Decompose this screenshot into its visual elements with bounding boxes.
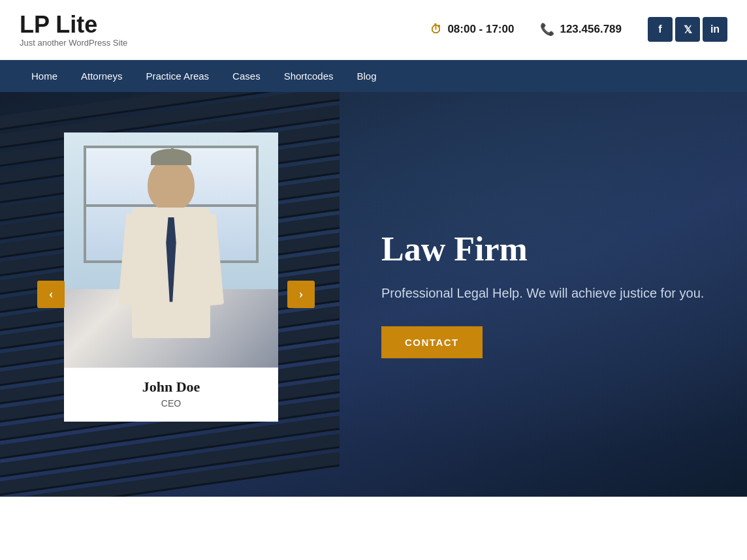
chevron-right-icon: › [299, 287, 304, 302]
header-info: ⏱ 08:00 - 17:00 📞 123.456.789 [430, 22, 622, 37]
hours-text: 08:00 - 17:00 [447, 23, 514, 36]
hero-content: Law Firm Professional Legal Help. We wil… [381, 230, 708, 358]
nav-blog[interactable]: Blog [345, 60, 389, 92]
business-hours: ⏱ 08:00 - 17:00 [430, 23, 514, 37]
nav-shortcodes[interactable]: Shortcodes [272, 60, 345, 92]
nav-practice-areas[interactable]: Practice Areas [134, 60, 221, 92]
slider-next-button[interactable]: › [287, 281, 315, 308]
nav-cases[interactable]: Cases [221, 60, 272, 92]
main-nav: Home Attorneys Practice Areas Cases Shor… [0, 60, 747, 92]
attorney-name: John Doe [77, 379, 265, 396]
contact-button[interactable]: CONTACT [381, 326, 483, 358]
phone-number[interactable]: 📞 123.456.789 [540, 22, 622, 37]
hero-section: ‹ › John Doe CEO [0, 92, 747, 497]
nav-home[interactable]: Home [20, 60, 69, 92]
facebook-button[interactable]: f [648, 17, 673, 42]
linkedin-button[interactable]: in [703, 17, 727, 42]
attorney-role: CEO [77, 398, 265, 409]
attorney-card: John Doe CEO [64, 132, 278, 422]
phone-text: 123.456.789 [560, 23, 622, 36]
social-icons: f 𝕏 in [648, 17, 727, 42]
clock-icon: ⏱ [430, 23, 442, 37]
site-title: LP Lite [20, 12, 127, 38]
hero-subtitle: Professional Legal Help. We will achieve… [381, 283, 708, 303]
slider-prev-button[interactable]: ‹ [37, 281, 65, 308]
person-head [148, 159, 195, 211]
site-header: LP Lite Just another WordPress Site ⏱ 08… [0, 0, 747, 60]
phone-icon: 📞 [540, 22, 554, 37]
twitter-button[interactable]: 𝕏 [675, 17, 700, 42]
nav-attorneys[interactable]: Attorneys [69, 60, 134, 92]
hero-title: Law Firm [381, 230, 708, 268]
chevron-left-icon: ‹ [49, 287, 54, 302]
logo[interactable]: LP Lite Just another WordPress Site [20, 12, 127, 48]
site-subtitle: Just another WordPress Site [20, 38, 127, 48]
attorney-photo [64, 132, 278, 367]
person-silhouette [99, 146, 243, 367]
attorney-info: John Doe CEO [64, 367, 278, 422]
